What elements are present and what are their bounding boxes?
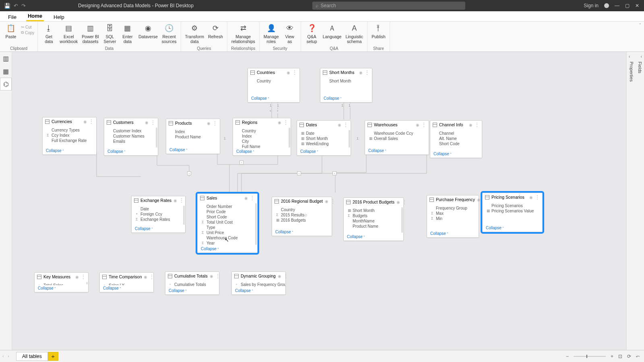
- field-item[interactable]: ΣYear: [202, 241, 256, 246]
- collapse-link[interactable]: Collapse˄: [38, 286, 56, 290]
- table-card-warehouses[interactable]: Warehouses◉⋮Warehouse Code Ccy▦Overall S…: [365, 120, 429, 155]
- field-item[interactable]: Country: [252, 78, 299, 84]
- ribbon-button[interactable]: 🗄SQLServer: [102, 23, 118, 45]
- visibility-icon[interactable]: ◉: [287, 70, 290, 75]
- table-header[interactable]: Countries◉⋮: [248, 68, 299, 77]
- field-item[interactable]: Warehouse Code: [202, 235, 256, 241]
- field-item[interactable]: Index: [237, 134, 290, 139]
- ribbon-button[interactable]: ALinguisticschema: [345, 23, 364, 45]
- refresh-icon[interactable]: ⟳: [627, 354, 631, 359]
- model-canvas[interactable]: 11 ** 11 11 1 1 1 1 › › ‹ ‹ Countries◉⋮C…: [12, 52, 626, 350]
- visibility-icon[interactable]: ◉: [173, 198, 177, 203]
- properties-pane-tab[interactable]: Properties: [627, 52, 636, 350]
- undo-icon[interactable]: ↶: [14, 3, 18, 9]
- tab-file[interactable]: File: [6, 12, 18, 21]
- field-item[interactable]: ΣUnit Price: [202, 230, 256, 235]
- visibility-icon[interactable]: ◉: [145, 120, 149, 125]
- collapse-link[interactable]: Collapse˄: [275, 230, 293, 234]
- table-card-purchasefreq[interactable]: Purchase Frequency◉⋮Frequency GroupΣMaxΣ…: [427, 195, 479, 238]
- signin-link[interactable]: Sign in: [584, 3, 599, 8]
- ribbon-button[interactable]: ◉Dataverse: [138, 23, 159, 45]
- field-item[interactable]: Country: [276, 207, 331, 212]
- more-icon[interactable]: ⋮: [535, 195, 540, 199]
- table-card-timecomp[interactable]: Time Comparison◉⋮▫Sales LYCollapse˄: [99, 272, 154, 292]
- collapse-link[interactable]: Collapse˄: [433, 152, 452, 156]
- table-card-shortmonths[interactable]: Short Months◉⋮Short MonthCollapse˄: [320, 68, 372, 103]
- table-card-pricingscenarios[interactable]: Pricing Scenarios◉⋮Pricing Scenarios▦Pri…: [482, 193, 543, 232]
- table-header[interactable]: Regions◉⋮: [233, 118, 291, 127]
- close-icon[interactable]: ✕: [635, 3, 639, 8]
- table-card-countries[interactable]: Countries◉⋮CountryCollapse˄: [248, 68, 300, 103]
- fit-to-page-icon[interactable]: ⊡: [618, 354, 622, 359]
- visibility-icon[interactable]: ◉: [210, 274, 213, 278]
- table-header[interactable]: Currencies◉⋮: [43, 117, 96, 126]
- table-header[interactable]: Sales◉⋮: [198, 194, 257, 202]
- field-item[interactable]: ΣMax: [431, 211, 478, 216]
- zoom-out-icon[interactable]: −: [566, 354, 569, 359]
- field-item[interactable]: Short Month: [324, 78, 371, 84]
- field-item[interactable]: Short Code: [202, 214, 256, 220]
- field-item[interactable]: ΣTotal Unit Cost: [202, 220, 256, 225]
- visibility-icon[interactable]: ◉: [144, 275, 147, 279]
- collapse-link[interactable]: Collapse˄: [324, 96, 342, 101]
- field-item[interactable]: ΣExchange Rates: [136, 217, 184, 222]
- collapse-link[interactable]: Collapse˄: [235, 288, 253, 293]
- field-item[interactable]: Short Code: [434, 141, 481, 146]
- data-view-icon[interactable]: ▦: [0, 65, 12, 78]
- field-item[interactable]: ▦Short Month: [301, 136, 350, 141]
- field-item[interactable]: Channel: [434, 131, 481, 136]
- visibility-icon[interactable]: ◉: [207, 121, 211, 125]
- field-item[interactable]: City: [237, 139, 290, 144]
- field-item[interactable]: ▫Cumulative Totals: [169, 282, 218, 287]
- more-icon[interactable]: ⋮: [421, 123, 426, 126]
- visibility-icon[interactable]: ◉: [338, 123, 341, 127]
- more-icon[interactable]: ⋮: [81, 275, 86, 278]
- fields-pane-tab[interactable]: Fields: [636, 52, 644, 350]
- visibility-icon[interactable]: ◉: [477, 197, 481, 202]
- field-item[interactable]: ▫Sales by Frequency Group: [236, 282, 285, 287]
- collapse-ribbon-icon[interactable]: ˆ: [640, 23, 641, 28]
- zoom-slider[interactable]: [574, 356, 606, 357]
- more-icon[interactable]: ⋮: [283, 274, 288, 278]
- table-card-productbudgets[interactable]: 2016 Product Budgets◉⋮▦Short MonthΣBudge…: [343, 197, 404, 241]
- field-item[interactable]: Product Name: [348, 224, 402, 229]
- field-item[interactable]: Emails: [108, 139, 157, 144]
- field-item[interactable]: ΣMin: [431, 216, 478, 221]
- more-icon[interactable]: ⋮: [475, 123, 479, 126]
- more-icon[interactable]: ⋮: [149, 275, 154, 278]
- report-view-icon[interactable]: ▥: [0, 52, 12, 65]
- visibility-icon[interactable]: ◉: [278, 274, 281, 278]
- table-card-regionalbudget[interactable]: 2016 Regional Budget◉⋮CountryΣ2015 Resul…: [272, 197, 332, 236]
- table-header[interactable]: Products◉⋮: [166, 119, 220, 128]
- zoom-in-icon[interactable]: +: [611, 354, 613, 359]
- tab-help[interactable]: Help: [52, 12, 66, 21]
- search-box[interactable]: ⌕ Search: [312, 2, 465, 10]
- table-card-keymeasures[interactable]: Key Measures◉⋮▫Total SalesCollapse˄: [34, 272, 89, 292]
- field-item[interactable]: ▫Sales LY: [104, 283, 153, 285]
- visibility-icon[interactable]: ◉: [359, 70, 363, 75]
- minimize-icon[interactable]: —: [615, 3, 619, 8]
- collapse-link[interactable]: Collapse˄: [135, 226, 153, 231]
- next-tab-icon[interactable]: ›: [8, 354, 9, 358]
- table-header[interactable]: Customers◉⋮: [104, 118, 158, 127]
- table-card-regions[interactable]: Regions◉⋮CountryIndexCityFull NameCollap…: [233, 118, 291, 156]
- more-icon[interactable]: ⋮: [292, 71, 297, 74]
- ribbon-button[interactable]: ❓Q&Asetup: [304, 23, 320, 45]
- table-card-exchangerates[interactable]: Exchange Rates◉⋮Date∘Foreign CcyΣExchang…: [131, 196, 186, 233]
- ribbon-button[interactable]: 👤Manageroles: [263, 23, 280, 45]
- field-item[interactable]: ▦WeekEnding: [301, 141, 350, 146]
- field-item[interactable]: ▦Short Month: [348, 208, 402, 213]
- ribbon-button[interactable]: ▦Enterdata: [120, 23, 135, 45]
- field-item[interactable]: Customer Names: [108, 134, 157, 139]
- ribbon-button[interactable]: ⇄Managerelationships: [231, 23, 256, 45]
- table-card-dyngroup[interactable]: Dynamic Grouping◉⋮▫Sales by Frequency Gr…: [231, 272, 286, 295]
- field-item[interactable]: Alt. Name: [434, 136, 481, 141]
- collapse-link[interactable]: Collapse˄: [169, 148, 188, 152]
- ribbon-button[interactable]: ⭳Getdata: [41, 23, 56, 45]
- table-card-channelinfo[interactable]: Channel Info◉⋮ChannelAlt. NameShort Code…: [430, 120, 482, 158]
- visibility-icon[interactable]: ◉: [396, 200, 400, 204]
- field-item[interactable]: Date: [136, 206, 184, 212]
- field-item[interactable]: Full Exchange Rate: [47, 138, 95, 143]
- field-item[interactable]: Customer Index: [108, 128, 157, 134]
- maximize-icon[interactable]: ▢: [625, 3, 630, 8]
